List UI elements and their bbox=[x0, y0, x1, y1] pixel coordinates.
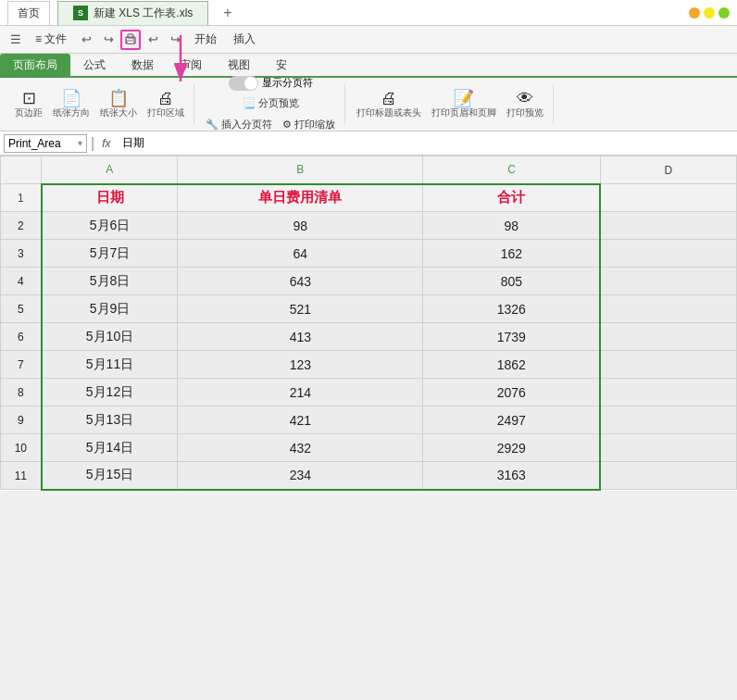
print-scale-label: 打印缩放 bbox=[294, 118, 335, 131]
col-header-c[interactable]: C bbox=[423, 156, 600, 184]
redo-button[interactable]: ↪ bbox=[98, 30, 119, 50]
title-bar: 首页 S 新建 XLS 工作表.xls + bbox=[0, 0, 737, 26]
row-number: 9 bbox=[1, 406, 42, 434]
file-tab[interactable]: S 新建 XLS 工作表.xls bbox=[57, 1, 208, 25]
paper-size-button[interactable]: 📋 纸张大小 bbox=[96, 88, 141, 121]
home-tab[interactable]: 首页 bbox=[7, 1, 50, 25]
cell-d[interactable] bbox=[600, 268, 736, 295]
page-break-section: 显示分页符 📃 分页预览 🔧 插入分页符 ⚙ 打印缩放 bbox=[196, 84, 345, 125]
cell-expenses[interactable]: 214 bbox=[178, 379, 423, 406]
cell-date[interactable]: 5月13日 bbox=[42, 406, 178, 434]
cell-d[interactable] bbox=[600, 184, 736, 212]
cell-d[interactable] bbox=[600, 434, 736, 462]
undo2-button[interactable]: ↩ bbox=[143, 30, 163, 50]
col-header-b[interactable]: B bbox=[178, 156, 423, 184]
row-number: 6 bbox=[1, 323, 42, 351]
fx-label: fx bbox=[98, 137, 114, 150]
tab-data[interactable]: 数据 bbox=[119, 54, 167, 78]
maximize-button[interactable] bbox=[704, 7, 715, 19]
col-header-d[interactable]: D bbox=[600, 156, 736, 184]
menu-start[interactable]: 开始 bbox=[187, 28, 224, 51]
margins-button[interactable]: ⊡ 页边距 bbox=[11, 88, 46, 121]
cell-d[interactable] bbox=[600, 351, 736, 379]
page-preview-button[interactable]: 📃 分页预览 bbox=[239, 94, 303, 112]
cell-expenses[interactable]: 64 bbox=[178, 240, 423, 268]
insert-break-label: 插入分页符 bbox=[221, 118, 272, 131]
cell-date[interactable]: 5月10日 bbox=[42, 323, 178, 351]
undo-button[interactable]: ↩ bbox=[76, 30, 96, 50]
insert-break-button[interactable]: 🔧 插入分页符 bbox=[202, 116, 276, 133]
cell-expenses[interactable]: 521 bbox=[178, 295, 423, 323]
cell-expenses[interactable]: 单日费用清单 bbox=[178, 184, 423, 212]
menu-insert[interactable]: 插入 bbox=[226, 28, 263, 51]
cell-total[interactable]: 3163 bbox=[423, 462, 600, 490]
print-scale-button[interactable]: ⚙ 打印缩放 bbox=[279, 116, 339, 133]
orientation-button[interactable]: 📄 纸张方向 bbox=[49, 88, 94, 121]
tab-help[interactable]: 安 bbox=[263, 54, 300, 78]
cell-d[interactable] bbox=[600, 406, 736, 434]
cell-date[interactable]: 5月15日 bbox=[42, 462, 178, 490]
tab-view[interactable]: 视图 bbox=[215, 54, 263, 78]
page-preview-label: 分页预览 bbox=[258, 96, 299, 110]
cell-d[interactable] bbox=[600, 323, 736, 351]
cell-date[interactable]: 5月6日 bbox=[42, 212, 178, 240]
cell-expenses[interactable]: 234 bbox=[178, 462, 423, 490]
cell-total[interactable]: 805 bbox=[423, 268, 600, 295]
cell-total[interactable]: 1862 bbox=[423, 351, 600, 379]
tab-page-layout[interactable]: 页面布局 bbox=[0, 54, 70, 78]
cell-d[interactable] bbox=[600, 240, 736, 268]
cell-total[interactable]: 2497 bbox=[423, 406, 600, 434]
cell-date[interactable]: 5月12日 bbox=[42, 379, 178, 406]
close-button[interactable] bbox=[718, 7, 730, 19]
show-breaks-toggle[interactable]: 显示分页符 bbox=[229, 76, 313, 91]
redo2-button[interactable]: ↪ bbox=[165, 30, 185, 50]
cell-total[interactable]: 2929 bbox=[423, 434, 600, 462]
cell-date[interactable]: 5月9日 bbox=[42, 295, 178, 323]
formula-bar: Print_Area ▾ | fx bbox=[0, 131, 737, 156]
print-headers-button[interactable]: 🖨 打印标题或表头 bbox=[353, 88, 425, 121]
cell-total[interactable]: 98 bbox=[423, 212, 600, 240]
cell-date[interactable]: 5月7日 bbox=[42, 240, 178, 268]
orientation-icon: 📄 bbox=[61, 90, 81, 106]
row-number: 5 bbox=[1, 295, 42, 323]
cell-expenses[interactable]: 643 bbox=[178, 268, 423, 295]
tab-formula[interactable]: 公式 bbox=[70, 54, 119, 78]
new-tab-button[interactable]: + bbox=[216, 3, 239, 23]
menu-toggle-button[interactable]: ☰ bbox=[6, 30, 26, 50]
formula-input[interactable] bbox=[119, 134, 734, 153]
cell-date[interactable]: 5月14日 bbox=[42, 434, 178, 462]
row-number: 2 bbox=[1, 212, 42, 240]
table-row: 35月7日64162 bbox=[1, 240, 737, 268]
cell-expenses[interactable]: 413 bbox=[178, 323, 423, 351]
table-row: 75月11日1231862 bbox=[1, 351, 737, 379]
cell-total[interactable]: 1326 bbox=[423, 295, 600, 323]
cell-date[interactable]: 日期 bbox=[42, 184, 178, 212]
menu-file[interactable]: ≡ 文件 bbox=[28, 28, 74, 51]
print-preview-button[interactable]: 👁 打印预览 bbox=[503, 88, 547, 121]
dropdown-arrow-icon[interactable]: ▾ bbox=[78, 138, 82, 148]
cell-expenses[interactable]: 432 bbox=[178, 434, 423, 462]
minimize-button[interactable] bbox=[689, 7, 700, 19]
cell-d[interactable] bbox=[600, 212, 736, 240]
cell-total[interactable]: 1739 bbox=[423, 323, 600, 351]
print-header-footer-button[interactable]: 📝 打印页眉和页脚 bbox=[428, 88, 500, 121]
cell-expenses[interactable]: 421 bbox=[178, 406, 423, 434]
insert-break-icon: 🔧 bbox=[206, 119, 219, 131]
cell-reference-box[interactable]: Print_Area ▾ bbox=[4, 134, 87, 153]
cell-date[interactable]: 5月8日 bbox=[42, 268, 178, 295]
cell-total[interactable]: 2076 bbox=[423, 379, 600, 406]
print-section: 🖨 打印标题或表头 📝 打印页眉和页脚 👁 打印预览 bbox=[347, 84, 554, 125]
tab-review[interactable]: 审阅 bbox=[167, 54, 215, 78]
cell-d[interactable] bbox=[600, 462, 736, 490]
print-area-icon-button[interactable] bbox=[120, 30, 141, 50]
cell-date[interactable]: 5月11日 bbox=[42, 351, 178, 379]
cell-total[interactable]: 合计 bbox=[423, 184, 600, 212]
cell-d[interactable] bbox=[600, 295, 736, 323]
cell-d[interactable] bbox=[600, 379, 736, 406]
print-area-button[interactable]: 🖨 打印区域 bbox=[144, 88, 188, 121]
cell-expenses[interactable]: 98 bbox=[178, 212, 423, 240]
cell-expenses[interactable]: 123 bbox=[178, 351, 423, 379]
col-header-a[interactable]: A bbox=[42, 156, 178, 184]
toggle-switch[interactable] bbox=[229, 76, 258, 91]
cell-total[interactable]: 162 bbox=[423, 240, 600, 268]
